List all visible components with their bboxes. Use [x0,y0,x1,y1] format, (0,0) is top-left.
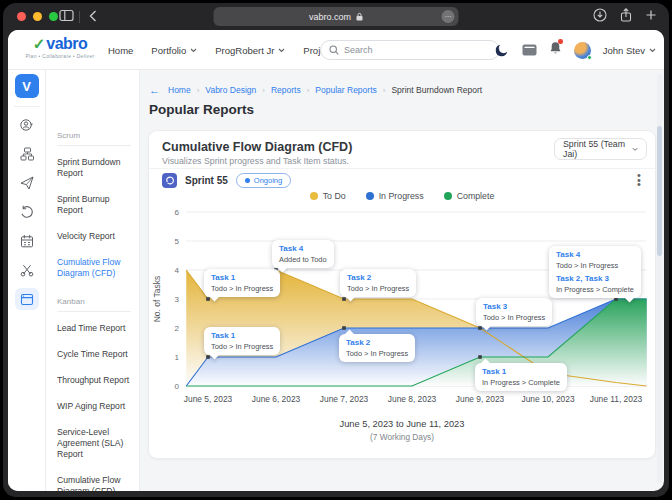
chart-tooltip-5: Task 3Todo > In Progress [476,298,552,326]
nav-label: Portfolio [151,45,186,56]
sidebar-item-cumulative-flow-diagram-cfd-[interactable]: Cumulative Flow Diagram (CFD) [57,257,131,279]
sidebar-item-cycle-time-report[interactable]: Cycle Time Report [57,349,131,360]
new-tab-icon[interactable] [645,9,657,21]
logo-tagline: Plan • Collaborate • Deliver [16,54,104,59]
user-menu[interactable]: John Stev [603,45,656,56]
search-input[interactable] [344,45,474,55]
chart-legend: To DoIn ProgressComplete [149,191,655,201]
svg-text:No. of Tasks: No. of Tasks [152,276,162,323]
sidebar-item-velocity-report[interactable]: Velocity Report [57,231,131,242]
rail-item-send[interactable] [15,172,39,194]
sprint-status-badge: Ongoing [236,173,291,188]
back-icon[interactable] [89,10,97,22]
sidebar-section-divider [57,145,131,146]
tooltip-change: Todo > In Progress [346,349,408,358]
tooltip-task: Task 3 [483,302,545,311]
extension-badge-icon[interactable]: ⋯ [442,10,455,23]
back-arrow-icon[interactable]: ← [149,84,160,96]
window-controls [17,12,58,21]
rail-item-history[interactable] [15,201,39,223]
card-menu-button[interactable]: ••• [635,173,643,187]
svg-text:5: 5 [175,237,180,246]
header-actions: John Stev [494,30,656,70]
url-text: vabro.com [309,12,351,22]
nav-item-home[interactable]: Home [108,45,133,56]
share-icon[interactable] [620,8,632,22]
breadcrumb-item-2[interactable]: Reports [271,85,301,95]
address-bar[interactable]: vabro.com ⋯ [214,7,459,26]
sprint-row: Sprint 55 Ongoing [162,173,291,188]
content-area: ←Home›Vabro Design›Reports›Popular Repor… [140,70,664,491]
tooltip-task: Task 1 [211,331,273,340]
rail-divider [14,106,40,107]
legend-item-in-progress: In Progress [366,191,424,201]
svg-text:June 8, 2023: June 8, 2023 [388,394,437,404]
history-icon [20,205,34,219]
breadcrumb-item-0[interactable]: Home [168,85,191,95]
nav-item-progrobert-jr[interactable]: ProgRobert Jr [215,45,285,56]
chevron-down-icon [649,48,656,53]
sidebar-item-service-level-agreement-sla-report[interactable]: Service-Level Agreement (SLA) Report [57,427,131,460]
tooltip-change: In Progress > Complete [482,378,560,387]
vabro-logo[interactable]: ✓ vabro Plan • Collaborate • Deliver [16,35,104,59]
svg-text:June 5, 2023: June 5, 2023 [184,394,233,404]
chart-tooltip-3: Task 1Todo > In Progress [204,327,280,355]
scrollbar[interactable] [657,74,662,483]
sidebar-item-sprint-burndown-report[interactable]: Sprint Burndown Report [57,157,131,179]
screen: vabro.com ⋯ ✓ vabro Plan • Collaborate •… [0,0,672,500]
breadcrumb-item-1[interactable]: Vabro Design [205,85,256,95]
logo-check-icon: ✓ [33,35,46,53]
close-window-button[interactable] [17,12,26,21]
panel-icon[interactable] [522,44,537,56]
sidebar-item-cumulative-flow-diagram-cfd-[interactable]: Cumulative Flow Diagram (CFD) [57,475,131,491]
browser-window: vabro.com ⋯ ✓ vabro Plan • Collaborate •… [3,3,669,497]
svg-text:6: 6 [175,208,180,217]
legend-dot [310,192,318,200]
sidebar-item-sprint-burnup-report[interactable]: Sprint Burnup Report [57,194,131,216]
search-box[interactable] [320,40,500,60]
user-name: John Stev [603,45,645,56]
tooltip-change: Todo > In Progress [483,313,545,322]
rail-item-boards[interactable] [15,143,39,165]
legend-dot [444,192,452,200]
workspace-tile[interactable]: V [15,74,39,98]
tooltip-change: Todo > In Progress [347,284,409,293]
report-title: Cumulative Flow Diagram (CFD) [162,140,352,154]
scrollbar-thumb[interactable] [657,126,662,256]
minimize-window-button[interactable] [33,12,42,21]
breadcrumb-separator: › [383,86,386,95]
sidebar-item-wip-aging-report[interactable]: WIP Aging Report [57,401,131,412]
sprint-select[interactable]: Sprint 55 (Team Jai) [554,138,647,160]
chart-tooltip-4: Task 2Todo > In Progress [339,334,415,362]
profile-switcher[interactable] [15,114,39,136]
nav-item-portfolio[interactable]: Portfolio [151,45,197,56]
zoom-window-button[interactable] [49,12,58,21]
sidebar-toggle-icon[interactable] [59,9,74,22]
dark-mode-icon[interactable] [494,42,510,58]
svg-text:June 7, 2023: June 7, 2023 [320,394,369,404]
breadcrumb-item-3[interactable]: Popular Reports [315,85,376,95]
avatar[interactable] [574,42,591,59]
rail-item-reports-active[interactable] [15,288,39,310]
status-dot [245,178,250,183]
downloads-icon[interactable] [593,8,607,22]
notifications-button[interactable] [549,41,562,59]
legend-item-complete: Complete [444,191,495,201]
nav-label: Home [108,45,133,56]
chart-tooltip-0: Task 1Todo > In Progress [204,269,280,297]
breadcrumb-separator: › [197,86,200,95]
rail-item-calendar[interactable] [15,230,39,252]
chevron-down-icon [278,48,285,53]
nav-label: ProgRobert Jr [215,45,274,56]
sidebar-item-lead-time-report[interactable]: Lead Time Report [57,323,131,334]
chart-tooltip-2: Task 2Todo > In Progress [340,269,416,297]
tooltip-change: Todo > In Progress [556,261,634,270]
reports-sidebar: ScrumSprint Burndown ReportSprint Burnup… [46,70,140,491]
chart-caption-days: (7 Working Days) [149,432,655,442]
browser-chrome: vabro.com ⋯ [3,3,669,30]
rail-item-tools[interactable] [15,259,39,281]
app-root: ✓ vabro Plan • Collaborate • Deliver Hom… [8,30,664,491]
legend-label: Complete [457,191,495,201]
sidebar-item-throughput-report[interactable]: Throughput Report [57,375,131,386]
chevron-down-icon [632,147,638,152]
